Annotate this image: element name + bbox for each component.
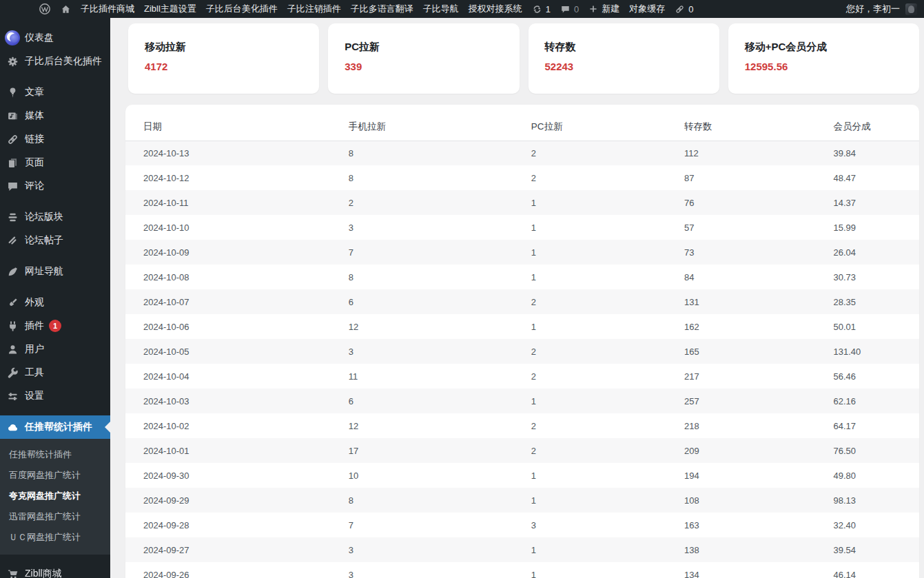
admin-bar-right: 您好，李初一 [846, 3, 924, 15]
updates-indicator[interactable]: 1 [532, 4, 551, 14]
admin-bar-item-beautify-plugin[interactable]: 子比后台美化插件 [206, 3, 278, 15]
wrench-icon [0, 367, 25, 379]
stats-table: 日期 手机拉新 PC拉新 转存数 会员分成 2024-10-138211239.… [125, 113, 919, 578]
new-content-button[interactable]: 新建 [588, 3, 619, 15]
stat-title: 转存数 [545, 41, 703, 54]
table-row: 2024-10-10315715.99 [125, 215, 919, 240]
comment-count: 0 [574, 4, 579, 14]
sidebar-item-links[interactable]: 链接 [0, 127, 110, 151]
links-indicator[interactable]: 0 [675, 4, 693, 14]
link-icon [675, 4, 685, 14]
stat-title: PC拉新 [345, 41, 502, 54]
stat-card-transfers: 转存数 52243 [528, 23, 719, 94]
plugins-update-badge: 1 [49, 320, 61, 332]
sidebar-item-tools[interactable]: 工具 [0, 361, 110, 384]
stats-submenu: 任推帮统计插件 百度网盘推广统计 夸克网盘推广统计 迅雷网盘推广统计 ＵＣ网盘推… [0, 439, 110, 555]
sidebar-item-zibll-store[interactable]: Zibll商城 [0, 562, 110, 578]
col-header-date: 日期 [125, 113, 349, 141]
col-header-pc-new: PC拉新 [531, 113, 684, 141]
dashboard-site-icon [0, 30, 25, 45]
update-icon [532, 4, 542, 14]
table-row: 2024-10-076213128.35 [125, 289, 919, 314]
carrot-icon [0, 266, 25, 278]
table-row: 2024-10-0212221864.17 [125, 413, 919, 438]
sidebar-item-pages[interactable]: 页面 [0, 151, 110, 174]
stat-title: 移动拉新 [145, 41, 302, 54]
sidebar-item-appearance[interactable]: 外观 [0, 291, 110, 314]
table-row: 2024-09-273113839.54 [125, 537, 919, 562]
sidebar-item-media[interactable]: 媒体 [0, 104, 110, 127]
sidebar-item-url-nav[interactable]: 网址导航 [0, 260, 110, 283]
table-row: 2024-09-298110898.13 [125, 488, 919, 513]
col-header-member-share: 会员分成 [834, 113, 919, 141]
stat-value: 4172 [145, 61, 302, 72]
admin-bar-item-logout-plugin[interactable]: 子比注销插件 [287, 3, 341, 15]
table-row: 2024-10-0532165131.40 [125, 339, 919, 364]
avatar[interactable] [905, 3, 917, 15]
plus-icon [588, 4, 598, 14]
stat-value: 12595.56 [745, 61, 903, 72]
new-label: 新建 [602, 3, 619, 15]
admin-bar-item-translate[interactable]: 子比多语言翻译 [351, 3, 413, 15]
greeting-account[interactable]: 您好，李初一 [846, 3, 900, 15]
sidebar-item-admin-beautify[interactable]: 子比后台美化插件 [0, 50, 110, 73]
chain-link-icon [0, 134, 25, 145]
table-row: 2024-10-11217614.37 [125, 190, 919, 215]
sidebar-item-forum-topics[interactable]: 论坛帖子 [0, 229, 110, 252]
sidebar-item-dashboard[interactable]: 仪表盘 [0, 26, 110, 50]
forum-topics-icon [0, 235, 25, 247]
sidebar-item-posts[interactable]: 文章 [0, 81, 110, 104]
menu-separator [0, 73, 110, 81]
menu-separator [0, 252, 110, 260]
sidebar-item-users[interactable]: 用户 [0, 338, 110, 361]
table-header-row: 日期 手机拉新 PC拉新 转存数 会员分成 [125, 113, 919, 141]
admin-bar-left: 子比插件商城 Zibll主题设置 子比后台美化插件 子比注销插件 子比多语言翻译… [0, 3, 846, 15]
admin-bar-item-plugin-store[interactable]: 子比插件商城 [81, 3, 134, 15]
table-row: 2024-10-0612116250.01 [125, 314, 919, 339]
object-cache-button[interactable]: 对象缓存 [629, 3, 665, 15]
stat-title: 移动+PC会员分成 [745, 41, 903, 54]
forum-stack-icon [0, 211, 25, 223]
gear-icon [0, 56, 25, 68]
comments-indicator[interactable]: 0 [560, 4, 579, 14]
submenu-item-uc-stats[interactable]: ＵＣ网盘推广统计 [0, 527, 110, 548]
comments-icon [0, 180, 25, 192]
sidebar-menu: 仪表盘 子比后台美化插件 文章 媒体 链接 页面 评论 [0, 18, 110, 578]
submenu-item-quark-stats[interactable]: 夸克网盘推广统计 [0, 486, 110, 506]
table-row: 2024-09-287316332.40 [125, 513, 919, 537]
col-header-transfers: 转存数 [684, 113, 834, 141]
pages-icon [0, 157, 25, 169]
menu-separator [0, 408, 110, 415]
stat-card-member-share: 移动+PC会员分成 12595.56 [728, 23, 919, 94]
table-row: 2024-09-263113446.14 [125, 562, 919, 578]
update-count: 1 [546, 4, 551, 14]
cart-icon [0, 568, 25, 578]
menu-separator [0, 555, 110, 562]
table-row: 2024-10-12828748.47 [125, 165, 919, 190]
submenu-item-xunlei-stats[interactable]: 迅雷网盘推广统计 [0, 506, 110, 527]
media-icon [0, 110, 25, 122]
comment-icon [560, 4, 571, 14]
table-row: 2024-10-138211239.84 [125, 141, 919, 165]
table-row: 2024-10-0411221756.46 [125, 364, 919, 389]
sidebar-item-stats-plugin[interactable]: 任推帮统计插件 [0, 415, 110, 439]
admin-bar-item-auth-system[interactable]: 授权对接系统 [469, 3, 522, 15]
user-icon [0, 344, 25, 355]
link-count: 0 [688, 4, 693, 14]
sidebar-item-plugins[interactable]: 插件 1 [0, 314, 110, 338]
stat-card-pc-new: PC拉新 339 [328, 23, 519, 94]
admin-bar-item-zibll-theme[interactable]: Zibll主题设置 [144, 3, 196, 15]
submenu-item-baidu-stats[interactable]: 百度网盘推广统计 [0, 465, 110, 486]
stat-cards: 移动拉新 4172 PC拉新 339 转存数 52243 移动+PC会员分成 1… [110, 18, 924, 94]
wordpress-logo-icon[interactable] [39, 3, 51, 15]
cloud-icon [0, 422, 25, 433]
home-icon[interactable] [61, 4, 71, 14]
sidebar-item-forum-sections[interactable]: 论坛版块 [0, 205, 110, 229]
submenu-item-stats-home[interactable]: 任推帮统计插件 [0, 444, 110, 465]
sidebar-item-settings[interactable]: 设置 [0, 384, 110, 408]
main-content: 移动拉新 4172 PC拉新 339 转存数 52243 移动+PC会员分成 1… [110, 0, 924, 578]
sidebar-item-comments[interactable]: 评论 [0, 174, 110, 198]
admin-bar-item-nav[interactable]: 子比导航 [423, 3, 459, 15]
paintbrush-icon [0, 297, 25, 309]
plug-icon [0, 320, 25, 332]
